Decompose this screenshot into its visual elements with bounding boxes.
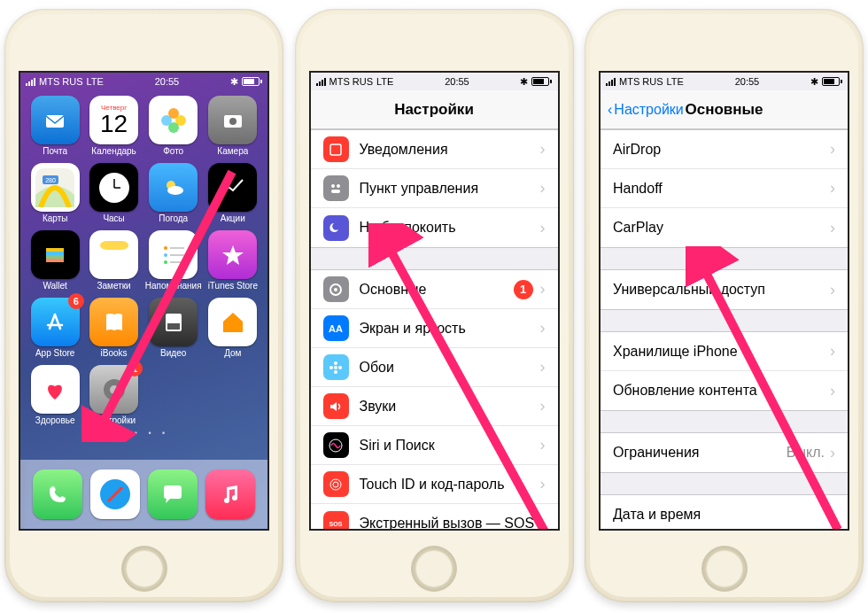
settings-row[interactable]: Touch ID и код-пароль ›	[311, 465, 558, 504]
svg-rect-20	[100, 241, 128, 250]
app-notes[interactable]: Заметки	[86, 230, 141, 291]
app-weather[interactable]: Погода	[145, 163, 202, 223]
settings-row[interactable]: Звуки ›	[311, 387, 558, 426]
settings-row[interactable]: Пункт управления ›	[311, 169, 558, 208]
app-label: Видео	[160, 348, 186, 358]
settings-row[interactable]: SOSЭкстренный вызов — SOS ›	[311, 504, 558, 529]
app-calendar[interactable]: Четверг12 Календарь	[86, 96, 141, 156]
svg-text:280: 280	[45, 177, 56, 183]
settings-row[interactable]: Основные 1›	[311, 270, 558, 309]
row-label: Экран и яркость	[360, 321, 540, 337]
dock-music[interactable]	[205, 469, 255, 519]
home-icon	[208, 298, 257, 346]
aa-icon: AA	[323, 315, 349, 341]
app-home[interactable]: Дом	[205, 298, 260, 358]
svg-point-40	[334, 288, 337, 291]
settings-row[interactable]: Обновление контента ›	[601, 371, 848, 410]
chevron-right-icon: ›	[830, 444, 835, 462]
chevron-right-icon: ›	[830, 140, 835, 159]
svg-point-43	[334, 361, 337, 365]
app-label: Камера	[217, 146, 248, 156]
svg-point-6	[229, 118, 236, 125]
row-value: Выкл.	[787, 445, 825, 461]
settings-row[interactable]: CarPlay ›	[601, 208, 848, 247]
siri-icon	[323, 432, 349, 458]
bluetooth-icon: ✱	[810, 76, 818, 88]
settings-screen: MTS RUS LTE 20:55 ✱ Настройки Уведомлени…	[309, 71, 560, 531]
chevron-right-icon: ›	[540, 140, 546, 159]
app-wallet[interactable]: Wallet	[27, 230, 82, 291]
settings-row[interactable]: Дата и время ›	[601, 495, 848, 529]
settings-list[interactable]: Уведомления › Пункт управления › Не бесп…	[311, 129, 558, 529]
settings-row[interactable]: Обои ›	[311, 348, 558, 387]
general-list[interactable]: AirDrop › Handoff › CarPlay › Универсаль…	[601, 129, 848, 529]
settings-row[interactable]: Handoff ›	[601, 169, 848, 208]
app-reminders[interactable]: Напоминания	[145, 230, 202, 291]
nav-bar: ‹ Настройки Основные	[601, 90, 848, 129]
svg-point-23	[164, 253, 167, 257]
app-health[interactable]: Здоровье	[27, 365, 82, 425]
battery-icon	[531, 77, 552, 86]
settings-row[interactable]: Универсальный доступ ›	[601, 270, 848, 309]
chevron-right-icon: ›	[830, 281, 835, 299]
gear-icon	[323, 276, 349, 302]
health-icon	[31, 365, 80, 414]
app-camera[interactable]: Камера	[205, 96, 260, 156]
camera-icon	[208, 96, 257, 144]
video-icon	[149, 298, 198, 346]
maps-icon: 280	[31, 163, 80, 212]
book-icon	[89, 298, 138, 346]
row-label: Не беспокоить	[360, 220, 540, 236]
status-bar: MTS RUS LTE 20:55 ✱	[20, 73, 267, 90]
signal-icon	[26, 77, 35, 86]
settings-row[interactable]: Уведомления ›	[311, 130, 558, 169]
app-label: App Store	[35, 348, 74, 358]
chevron-right-icon: ›	[830, 219, 835, 237]
status-time: 20:55	[445, 76, 469, 87]
chevron-right-icon: ›	[830, 506, 835, 524]
back-button[interactable]: ‹ Настройки	[608, 102, 684, 118]
app-stocks[interactable]: Акции	[205, 163, 260, 223]
settings-row[interactable]: Хранилище iPhone ›	[601, 332, 848, 371]
settings-row[interactable]: Siri и Поиск ›	[311, 426, 558, 465]
app-video[interactable]: Видео	[145, 298, 202, 358]
app-clock[interactable]: Часы	[86, 163, 141, 223]
svg-point-31	[110, 385, 119, 394]
chevron-right-icon: ›	[540, 436, 546, 454]
settings-row[interactable]: AirDrop ›	[601, 130, 848, 169]
dock-phone[interactable]	[33, 469, 82, 519]
dock-messages[interactable]	[148, 469, 198, 519]
dock-safari[interactable]	[90, 469, 140, 519]
chevron-right-icon: ›	[540, 475, 546, 493]
status-bar: MTS RUS LTE 20:55 ✱	[311, 73, 558, 90]
row-label: Экстренный вызов — SOS	[360, 516, 540, 529]
app-star[interactable]: iTunes Store	[205, 230, 260, 291]
app-book[interactable]: iBooks	[86, 298, 141, 358]
row-label: Обои	[360, 360, 540, 376]
chevron-right-icon: ›	[540, 219, 546, 237]
cc-icon	[323, 175, 349, 201]
general-screen: MTS RUS LTE 20:55 ✱ ‹ Настройки Основные…	[599, 71, 849, 531]
home-button[interactable]	[411, 546, 457, 592]
app-photos[interactable]: Фото	[145, 96, 202, 156]
settings-row[interactable]: Ограничения Выкл.›	[601, 433, 848, 472]
row-label: Пункт управления	[360, 181, 540, 197]
app-gear[interactable]: 1 Настройки	[86, 365, 141, 425]
home-button[interactable]	[701, 546, 748, 592]
page-indicator[interactable]: ● • • •	[20, 429, 267, 438]
svg-text:AA: AA	[329, 323, 343, 334]
app-maps[interactable]: 280 Карты	[27, 163, 82, 223]
app-appstore[interactable]: 6 App Store	[27, 298, 82, 358]
home-button[interactable]	[121, 546, 167, 592]
settings-row[interactable]: Не беспокоить ›	[311, 208, 558, 247]
app-label: Напоминания	[145, 281, 202, 291]
calendar-icon: Четверг12	[89, 96, 138, 144]
status-time: 20:55	[155, 76, 180, 87]
row-label: Siri и Поиск	[360, 438, 540, 454]
app-mail[interactable]: Почта	[27, 96, 82, 156]
flower-icon	[323, 354, 349, 380]
photos-icon	[149, 96, 198, 144]
bluetooth-icon: ✱	[230, 76, 238, 88]
svg-point-37	[337, 184, 340, 188]
settings-row[interactable]: AAЭкран и яркость ›	[311, 309, 558, 348]
